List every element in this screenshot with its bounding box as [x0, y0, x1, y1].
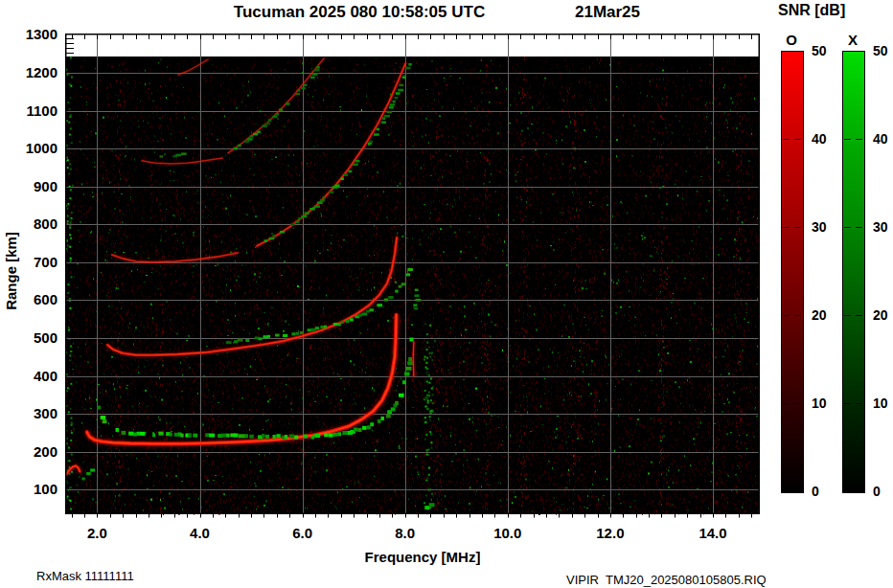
colorbar-tick-dash	[783, 315, 790, 316]
y-tick-label: 400	[4, 368, 57, 384]
y-tick-label: 200	[4, 443, 57, 460]
y-tick-label: 600	[4, 291, 57, 307]
x-mode-colorbar	[842, 51, 865, 493]
title-date: 21Mar25	[567, 3, 648, 22]
colorbar-tick-label: 40	[873, 131, 893, 147]
o-mode-colorbar	[781, 51, 804, 493]
y-tick-label: 1300	[4, 26, 57, 42]
file-name-text: VIPIR TMJ20_2025080105805.RIQ	[566, 573, 767, 587]
colorbar-title: SNR [dB]	[778, 2, 883, 19]
x-tick-label: 8.0	[384, 525, 426, 541]
colorbar-tick-label: 20	[873, 307, 893, 323]
colorbar-tick-dash	[794, 315, 801, 316]
x-axis-title: Frequency [MHz]	[346, 549, 499, 565]
x-tick-label: 14.0	[692, 525, 734, 541]
page-title: Tucuman 2025 080 10:58:05 UTC	[201, 3, 517, 22]
colorbar-tick-dash	[856, 227, 862, 228]
colorbar-tick-label: 30	[812, 219, 836, 235]
ionogram-plot-canvas	[65, 34, 760, 522]
rx-mask-text: RxMask 11111111	[36, 569, 134, 583]
x-tick-label: 6.0	[282, 525, 324, 541]
y-tick-label: 300	[4, 405, 57, 421]
y-tick-label: 100	[4, 481, 57, 497]
y-tick-label: 1100	[4, 102, 57, 119]
x-tick-label: 4.0	[179, 525, 221, 541]
colorbar-tick-dash	[844, 227, 851, 228]
x-tick-label: 12.0	[589, 525, 631, 541]
y-tick-label: 500	[4, 329, 57, 346]
colorbar-tick-label: 50	[812, 43, 836, 58]
colorbar-tick-dash	[856, 315, 862, 316]
colorbar-tick-dash	[844, 403, 851, 404]
colorbar-tick-label: 50	[873, 43, 893, 58]
colorbar-tick-label: 40	[812, 131, 836, 147]
x-mode-label: X	[841, 32, 864, 48]
colorbar-tick-dash	[844, 139, 851, 140]
y-tick-label: 900	[4, 178, 57, 194]
ionogram-viewer: Tucuman 2025 080 10:58:05 UTC 21Mar25 Ra…	[0, 0, 893, 588]
y-tick-label: 1000	[4, 140, 57, 156]
colorbar-tick-dash	[794, 403, 801, 404]
o-mode-label: O	[780, 32, 803, 48]
colorbar-tick-dash	[783, 139, 790, 140]
colorbar-tick-label: 20	[812, 307, 836, 323]
colorbar-tick-dash	[794, 139, 801, 140]
colorbar-tick-label: 10	[873, 396, 893, 411]
colorbar-tick-label: 0	[873, 484, 893, 499]
colorbar-tick-dash	[844, 315, 851, 316]
colorbar-tick-dash	[856, 139, 862, 140]
y-tick-label: 1200	[4, 64, 57, 80]
x-tick-label: 2.0	[76, 525, 118, 541]
colorbar-tick-label: 0	[812, 484, 836, 499]
colorbar-tick-label: 30	[873, 219, 893, 235]
colorbar-tick-dash	[856, 403, 862, 404]
colorbar-tick-dash	[783, 403, 790, 404]
x-tick-label: 10.0	[487, 525, 529, 541]
y-tick-label: 700	[4, 254, 57, 270]
colorbar-tick-dash	[794, 227, 801, 228]
y-tick-label: 800	[4, 215, 57, 232]
colorbar-tick-label: 10	[812, 396, 836, 411]
colorbar-tick-dash	[783, 227, 790, 228]
